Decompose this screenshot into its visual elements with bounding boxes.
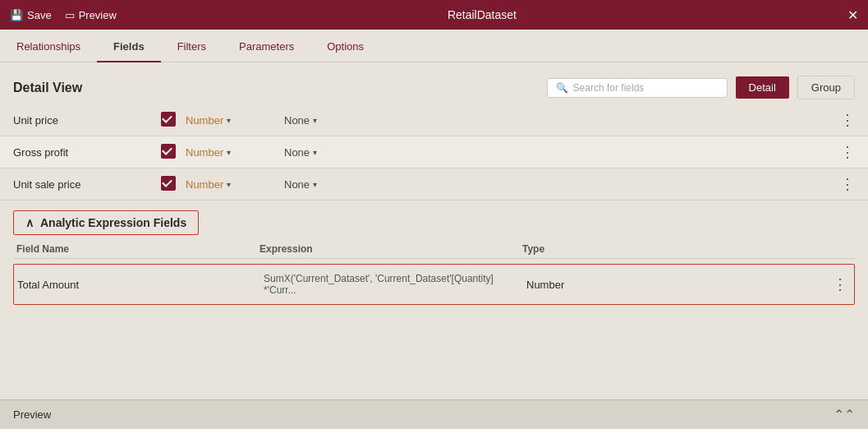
tab-options[interactable]: Options bbox=[310, 32, 380, 62]
field-actions-unit-sale-price[interactable]: ⋮ bbox=[840, 175, 855, 193]
field-type-unit-sale-price: Number ▾ bbox=[186, 178, 284, 191]
col-header-type: Type bbox=[522, 243, 604, 255]
none-dropdown-arrow[interactable]: ▾ bbox=[313, 180, 317, 189]
field-checkbox-unit-sale-price[interactable] bbox=[161, 176, 186, 193]
type-dropdown-arrow[interactable]: ▾ bbox=[227, 148, 231, 157]
search-placeholder: Search for fields bbox=[573, 82, 645, 94]
analytic-section-title: Analytic Expression Fields bbox=[40, 216, 186, 229]
table-row: Unit price Number ▾ None ▾ ⋮ bbox=[0, 104, 868, 136]
field-checkbox-unit-price[interactable] bbox=[161, 112, 186, 129]
checkbox-checked-icon[interactable] bbox=[161, 176, 176, 191]
field-type-unit-price: Number ▾ bbox=[186, 114, 284, 127]
preview-label: Preview bbox=[79, 9, 117, 21]
field-none-unit-sale-price: None ▾ bbox=[284, 178, 383, 191]
checkbox-checked-icon[interactable] bbox=[161, 144, 176, 159]
save-label: Save bbox=[27, 9, 52, 21]
none-dropdown-arrow[interactable]: ▾ bbox=[313, 148, 317, 157]
search-box[interactable]: 🔍 Search for fields bbox=[547, 78, 728, 98]
analytic-table-row: Total Amount SumX('Current_Dataset', 'Cu… bbox=[13, 264, 855, 305]
analytic-header[interactable]: ∧ Analytic Expression Fields bbox=[13, 210, 199, 235]
analytic-expression: SumX('Current_Dataset', 'Current_Dataset… bbox=[264, 273, 526, 296]
field-type-gross-profit: Number ▾ bbox=[186, 146, 284, 159]
search-icon: 🔍 bbox=[556, 82, 568, 94]
header-right: 🔍 Search for fields Detail Group bbox=[547, 76, 855, 99]
type-dropdown-arrow[interactable]: ▾ bbox=[227, 116, 231, 125]
tab-filters[interactable]: Filters bbox=[161, 32, 223, 62]
analytic-section: ∧ Analytic Expression Fields Field Name … bbox=[13, 210, 855, 305]
field-checkbox-gross-profit[interactable] bbox=[161, 144, 186, 161]
tab-relationships[interactable]: Relationships bbox=[0, 32, 97, 62]
none-dropdown-arrow[interactable]: ▾ bbox=[313, 116, 317, 125]
preview-chevron-up-icon[interactable]: ⌃⌃ bbox=[834, 407, 855, 422]
preview-icon: ▭ bbox=[65, 9, 75, 21]
table-row: Gross profit Number ▾ None ▾ ⋮ bbox=[0, 136, 868, 168]
save-icon: 💾 bbox=[10, 9, 23, 21]
tab-bar: Relationships Fields Filters Parameters … bbox=[0, 30, 868, 62]
preview-button[interactable]: ▭ Preview bbox=[65, 9, 117, 21]
group-button[interactable]: Group bbox=[797, 76, 855, 99]
preview-bar: Preview ⌃⌃ bbox=[0, 399, 868, 429]
field-name-unit-sale-price: Unit sale price bbox=[13, 178, 161, 191]
tab-parameters[interactable]: Parameters bbox=[223, 32, 310, 62]
col-header-field-name: Field Name bbox=[13, 243, 259, 255]
window-title: RetailDataset bbox=[448, 8, 517, 21]
field-actions-unit-price[interactable]: ⋮ bbox=[840, 111, 855, 129]
section-header-row: Detail View 🔍 Search for fields Detail G… bbox=[0, 71, 868, 104]
save-button[interactable]: 💾 Save bbox=[10, 9, 52, 21]
checkbox-checked-icon[interactable] bbox=[161, 112, 176, 127]
analytic-type: Number bbox=[526, 279, 609, 291]
section-title: Detail View bbox=[13, 81, 82, 95]
field-none-unit-price: None ▾ bbox=[284, 114, 383, 127]
col-header-expression: Expression bbox=[259, 243, 522, 255]
field-actions-gross-profit[interactable]: ⋮ bbox=[840, 143, 855, 161]
analytic-row-actions[interactable]: ⋮ bbox=[833, 275, 851, 293]
analytic-field-name: Total Amount bbox=[17, 279, 264, 291]
field-name-unit-price: Unit price bbox=[13, 114, 161, 127]
chevron-up-icon: ∧ bbox=[25, 216, 34, 229]
title-bar: 💾 Save ▭ Preview RetailDataset ✕ bbox=[0, 0, 868, 30]
tab-fields[interactable]: Fields bbox=[97, 32, 161, 62]
analytic-columns: Field Name Expression Type bbox=[13, 235, 855, 259]
table-row: Unit sale price Number ▾ None ▾ ⋮ bbox=[0, 168, 868, 201]
preview-label: Preview bbox=[13, 408, 51, 421]
main-content: Detail View 🔍 Search for fields Detail G… bbox=[0, 62, 868, 429]
close-button[interactable]: ✕ bbox=[847, 7, 858, 23]
detail-button[interactable]: Detail bbox=[736, 76, 789, 99]
field-none-gross-profit: None ▾ bbox=[284, 146, 383, 159]
field-name-gross-profit: Gross profit bbox=[13, 146, 161, 159]
type-dropdown-arrow[interactable]: ▾ bbox=[227, 180, 231, 189]
fields-list: Unit price Number ▾ None ▾ ⋮ Gross profi… bbox=[0, 104, 868, 201]
